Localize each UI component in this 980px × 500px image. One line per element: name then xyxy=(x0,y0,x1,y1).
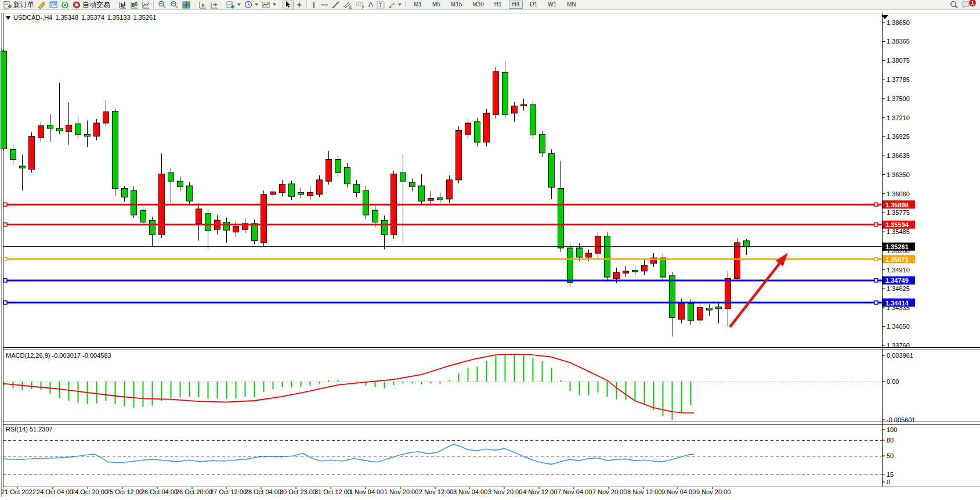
candle xyxy=(289,184,295,197)
price-badge-text: 1.35898 xyxy=(885,202,909,208)
time-tick: 9 Nov 20:00 xyxy=(696,488,731,495)
macd-tick: 0.00 xyxy=(887,378,899,385)
price-badge-text: 1.35261 xyxy=(885,243,909,250)
level-handle[interactable] xyxy=(3,279,7,282)
level-handle[interactable] xyxy=(3,223,7,226)
candle xyxy=(419,186,425,201)
level-handle[interactable] xyxy=(874,257,878,261)
candle xyxy=(744,241,750,247)
candle xyxy=(233,226,239,232)
candle xyxy=(382,220,388,235)
chart-title-high: 1.35374 xyxy=(81,14,104,21)
candle xyxy=(456,130,462,179)
candle xyxy=(373,210,378,222)
price-tick: 1.34625 xyxy=(887,285,910,292)
level-handle[interactable] xyxy=(874,301,878,304)
candle xyxy=(150,220,156,235)
candle xyxy=(363,190,369,215)
price-tick: 1.34050 xyxy=(887,323,910,330)
candle xyxy=(326,160,332,182)
candle xyxy=(280,185,285,193)
candle xyxy=(29,136,35,170)
level-handle[interactable] xyxy=(3,301,7,304)
price-tick: 1.36925 xyxy=(887,133,910,140)
time-tick: 7 Nov 04:00 xyxy=(558,488,592,495)
candle xyxy=(205,214,211,231)
candle xyxy=(549,153,555,187)
candle xyxy=(697,307,703,320)
candle xyxy=(540,134,545,153)
price-tick: 1.38365 xyxy=(887,38,910,45)
level-handle[interactable] xyxy=(3,203,7,206)
candle xyxy=(66,125,72,131)
time-tick: 2 Nov 12:00 xyxy=(419,488,453,495)
rsi-line xyxy=(3,444,694,464)
candle xyxy=(660,258,666,277)
candle xyxy=(113,111,118,188)
chart-canvas[interactable]: 1.386501.383651.380751.377851.375001.372… xyxy=(0,0,980,500)
candle xyxy=(48,125,53,128)
level-handle[interactable] xyxy=(3,257,7,261)
candle xyxy=(122,189,128,197)
candle xyxy=(688,304,694,321)
price-tick: 1.34910 xyxy=(887,267,910,274)
candle xyxy=(335,160,341,173)
rsi-tick: 100 xyxy=(887,426,897,433)
time-tick: 26 Oct 04:00 xyxy=(141,488,178,495)
price-tick: 1.38075 xyxy=(887,57,910,64)
level-handle[interactable] xyxy=(874,203,878,206)
chart-collapse-icon[interactable] xyxy=(6,16,10,20)
candle xyxy=(187,186,193,201)
candle xyxy=(196,209,202,224)
candle xyxy=(605,236,610,278)
mt4-terminal: { "toolbar": { "new_order_label": "新订单",… xyxy=(0,0,980,500)
candle xyxy=(94,123,100,136)
candle xyxy=(725,278,731,308)
candle xyxy=(140,210,146,222)
time-tick: 8 Nov 12:00 xyxy=(627,488,661,495)
macd-tick: -0.005601 xyxy=(887,416,916,423)
candle xyxy=(38,126,44,138)
candle xyxy=(632,271,638,272)
candle xyxy=(493,71,499,114)
candle xyxy=(85,134,91,136)
candle xyxy=(400,172,406,181)
candle xyxy=(716,307,722,308)
price-tick: 1.38650 xyxy=(887,19,910,26)
time-tick: 25 Oct 12:00 xyxy=(106,488,143,495)
candle xyxy=(298,192,304,194)
candle xyxy=(252,224,258,241)
level-handle[interactable] xyxy=(874,223,878,226)
time-tick: 30 Oct 23:00 xyxy=(280,488,316,495)
candle xyxy=(465,123,471,134)
candle xyxy=(317,180,323,195)
price-tick: 1.36635 xyxy=(887,152,910,159)
candle xyxy=(670,276,675,318)
candle xyxy=(345,167,350,184)
price-tick: 1.37785 xyxy=(887,76,910,83)
time-tick: 26 Oct 20:00 xyxy=(176,488,212,495)
macd-label: MACD(12,26,9) -0.003017 -0.004583 xyxy=(6,352,111,359)
rsi-label: RSI(14) 51.2307 xyxy=(6,426,53,433)
candle xyxy=(75,124,81,134)
candle xyxy=(270,192,276,195)
candle xyxy=(57,128,63,131)
price-badge-text: 1.35594 xyxy=(885,221,909,228)
candle xyxy=(484,113,490,142)
macd-tick: 0.003961 xyxy=(887,352,913,359)
candle xyxy=(567,248,573,282)
level-handle[interactable] xyxy=(874,279,878,282)
price-tick: 1.35775 xyxy=(887,209,910,216)
price-tick: 1.36350 xyxy=(887,171,910,178)
candle xyxy=(623,271,629,273)
candle xyxy=(1,51,7,149)
candle xyxy=(595,236,601,254)
candle xyxy=(168,172,174,181)
candle xyxy=(428,199,434,200)
price-tick: 1.35485 xyxy=(887,228,910,235)
time-tick: 27 Oct 12:00 xyxy=(210,488,247,495)
chart-title: USDCAD-,H41.353481.353741.351331.35261 xyxy=(6,14,159,21)
candle xyxy=(10,149,16,159)
time-tick: 3 Nov 20:00 xyxy=(488,488,522,495)
time-tick: 7 Nov 20:00 xyxy=(592,488,627,495)
